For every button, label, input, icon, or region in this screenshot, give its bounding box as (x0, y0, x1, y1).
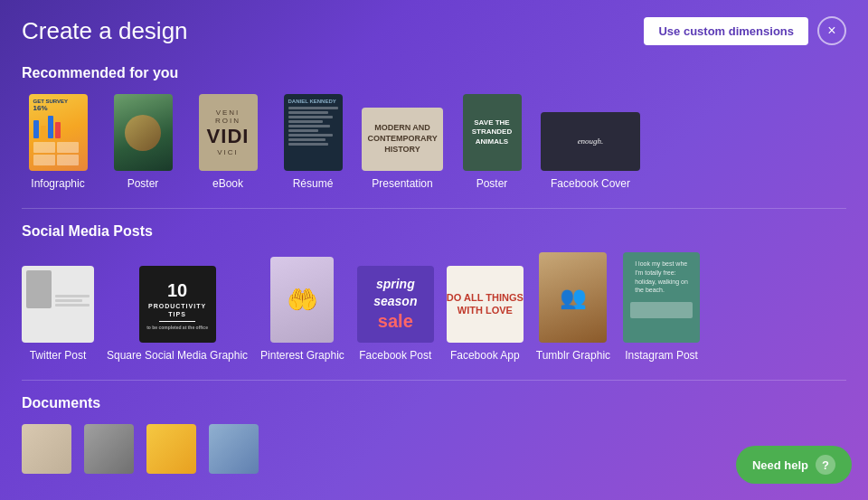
poster2-label: Poster (476, 177, 508, 190)
design-item-pinterest[interactable]: 🤲 Pinterest Graphic (260, 257, 344, 362)
resume-thumbnail: DANIEL KENNEDY (284, 94, 343, 171)
help-icon: ? (816, 455, 835, 475)
social-title: Social Media Posts (22, 223, 846, 240)
instagram-thumbnail: I look my best whe I'm totally free: hol… (623, 252, 700, 343)
close-button[interactable]: × (817, 16, 846, 45)
pinterest-thumbnail: 🤲 (270, 257, 334, 343)
documents-title: Documents (22, 395, 846, 411)
facebook-app-label: Facebook App (450, 349, 520, 362)
design-item-infographic[interactable]: GET SURVEY 16% (22, 94, 94, 190)
doc-thumb-2[interactable] (84, 424, 134, 474)
doc-thumb-4[interactable] (209, 424, 259, 474)
tumblr-label: Tumblr Graphic (536, 349, 610, 362)
section-divider-2 (22, 380, 846, 381)
instagram-label: Instagram Post (625, 349, 698, 362)
presentation-label: Presentation (372, 177, 432, 190)
section-divider-1 (22, 208, 846, 209)
design-item-facebook-cover[interactable]: enough. Facebook Cover (541, 112, 640, 190)
social-section: Social Media Posts (22, 223, 846, 362)
twitter-thumbnail (22, 266, 94, 343)
custom-dimensions-button[interactable]: Use custom dimensions (644, 17, 808, 45)
poster-label: Poster (127, 177, 159, 190)
facebook-cover-label: Facebook Cover (551, 177, 630, 190)
recommended-title: Recommended for you (22, 65, 846, 81)
fbcover-thumbnail: enough. (541, 112, 640, 171)
resume-label: Résumé (293, 177, 334, 190)
recommended-section: Recommended for you GET SURVEY 16% (22, 65, 846, 190)
infographic-thumbnail: GET SURVEY 16% (29, 94, 88, 171)
pinterest-label: Pinterest Graphic (260, 349, 344, 362)
tumblr-thumbnail: 👥 (539, 252, 607, 343)
social-items-row: Twitter Post 10 PRODUCTIVITY TIPS to be … (22, 252, 846, 362)
presentation-thumbnail: MODERN AND CONTEMPORARY HISTORY (362, 108, 443, 171)
design-item-facebook-app[interactable]: DO ALL THINGS WITH LOVE Facebook App (447, 266, 524, 362)
infographic-label: Infographic (31, 177, 84, 190)
design-item-poster[interactable]: Poster (107, 94, 179, 190)
fbapp-thumbnail: DO ALL THINGS WITH LOVE (447, 266, 524, 343)
doc-thumb-1[interactable] (22, 424, 71, 474)
design-item-tumblr[interactable]: 👥 Tumblr Graphic (536, 252, 610, 362)
recommended-items-row: GET SURVEY 16% (22, 94, 846, 190)
header: Create a design Use custom dimensions × (22, 16, 846, 45)
design-item-ebook[interactable]: VENI ROIN VIDI VICI eBook (192, 94, 264, 190)
poster2-thumbnail: SAVE THE STRANDED ANIMALS (463, 94, 522, 171)
design-item-facebook-post[interactable]: spring season sale Facebook Post (357, 266, 434, 362)
ebook-thumbnail: VENI ROIN VIDI VICI (199, 94, 258, 171)
design-item-poster2[interactable]: SAVE THE STRANDED ANIMALS Poster (456, 94, 528, 190)
doc-thumb-3[interactable] (146, 424, 196, 474)
square-thumbnail: 10 PRODUCTIVITY TIPS to be completed at … (139, 266, 216, 343)
twitter-label: Twitter Post (30, 349, 87, 362)
design-item-resume[interactable]: DANIEL KENNEDY Résumé (277, 94, 349, 190)
poster-thumbnail (114, 94, 173, 171)
square-label: Square Social Media Graphic (107, 349, 248, 362)
documents-section: Documents (22, 395, 846, 474)
facebook-post-label: Facebook Post (359, 349, 431, 362)
ebook-label: eBook (212, 177, 243, 190)
need-help-label: Need help (752, 458, 808, 472)
design-item-twitter-post[interactable]: Twitter Post (22, 266, 94, 362)
header-actions: Use custom dimensions × (644, 16, 846, 45)
fbpost-thumbnail: spring season sale (357, 266, 434, 343)
design-item-square-social[interactable]: 10 PRODUCTIVITY TIPS to be completed at … (107, 266, 248, 362)
page-title: Create a design (22, 17, 188, 45)
design-item-instagram-post[interactable]: I look my best whe I'm totally free: hol… (623, 252, 700, 362)
documents-row (22, 424, 846, 474)
design-item-presentation[interactable]: MODERN AND CONTEMPORARY HISTORY Presenta… (362, 108, 443, 190)
need-help-button[interactable]: Need help ? (736, 446, 852, 484)
